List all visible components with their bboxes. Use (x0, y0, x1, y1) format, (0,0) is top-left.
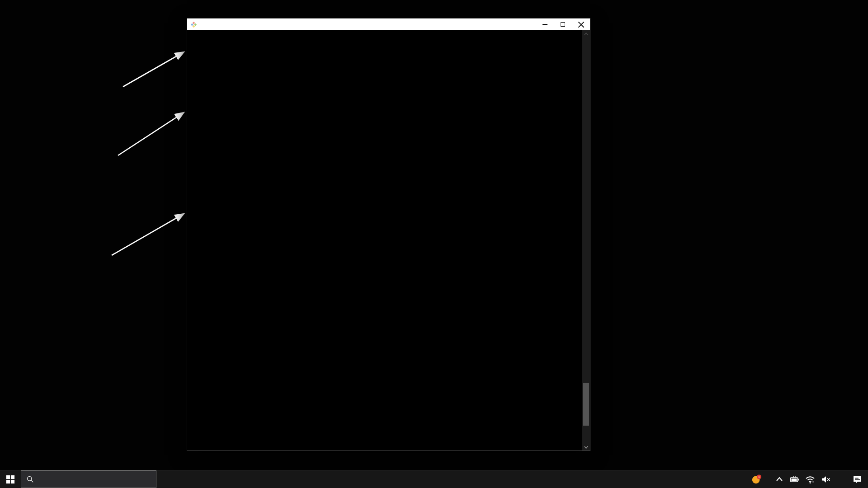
weather-widget[interactable]: 1 (749, 470, 772, 488)
language-switcher[interactable] (833, 470, 841, 488)
taskbar-search[interactable] (21, 470, 156, 488)
git-bash-icon (190, 21, 197, 28)
action-center[interactable] (849, 470, 865, 488)
scroll-down-icon[interactable] (582, 443, 590, 450)
speaker-mute-icon (820, 474, 831, 485)
close-button[interactable] (572, 19, 590, 30)
annotation-arrow-git-init (123, 52, 183, 87)
mintty-terminal-window[interactable] (187, 18, 590, 451)
notification-icon (852, 474, 863, 485)
scroll-up-icon[interactable] (582, 30, 590, 38)
annotation-arrow-git-commit (112, 214, 183, 255)
annotation-arrow-git-add (118, 113, 183, 155)
system-tray: 1 (749, 470, 868, 488)
volume-status[interactable] (818, 470, 833, 488)
tray-expand[interactable] (772, 470, 787, 488)
show-desktop-button[interactable] (865, 470, 868, 488)
start-button[interactable] (0, 470, 21, 488)
desktop: 1 (0, 0, 868, 488)
search-icon (26, 475, 34, 483)
chevron-up-icon (774, 474, 785, 485)
terminal-output[interactable] (187, 30, 590, 450)
weather-icon: 1 (751, 474, 762, 485)
battery-icon (789, 474, 800, 485)
terminal-titlebar[interactable] (187, 19, 590, 30)
battery-status[interactable] (787, 470, 802, 488)
taskbar: 1 (0, 470, 868, 488)
wifi-icon (805, 474, 816, 485)
svg-text:1: 1 (758, 474, 760, 479)
minimize-button[interactable] (536, 19, 554, 30)
maximize-button[interactable] (554, 19, 572, 30)
network-status[interactable] (802, 470, 818, 488)
scrollbar-thumb[interactable] (583, 383, 589, 426)
search-input[interactable] (38, 475, 144, 483)
terminal-scrollbar[interactable] (582, 30, 590, 450)
